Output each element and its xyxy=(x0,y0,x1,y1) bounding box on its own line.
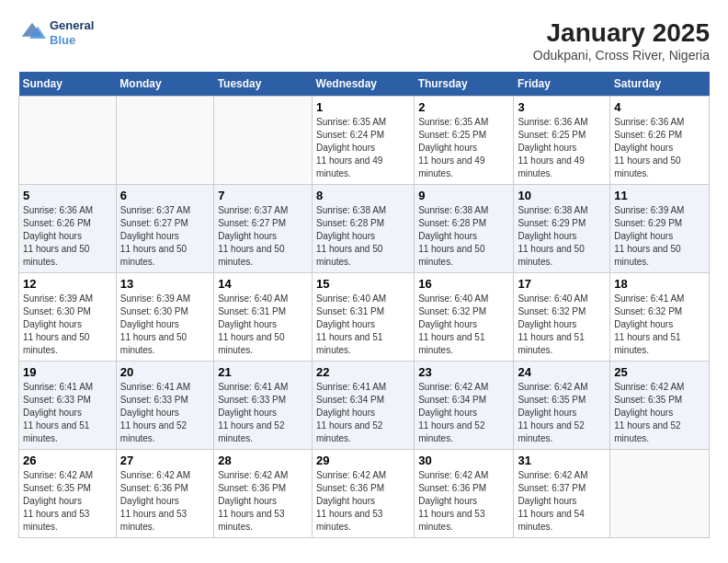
day-info: Sunrise: 6:39 AMSunset: 6:30 PMDaylight … xyxy=(23,293,112,357)
calendar-cell: 4Sunrise: 6:36 AMSunset: 6:26 PMDaylight… xyxy=(610,97,710,185)
day-info: Sunrise: 6:42 AMSunset: 6:36 PMDaylight … xyxy=(418,469,509,534)
calendar-cell: 1Sunrise: 6:35 AMSunset: 6:24 PMDaylight… xyxy=(313,97,415,185)
day-number: 22 xyxy=(316,365,410,379)
day-number: 16 xyxy=(418,277,509,291)
day-info: Sunrise: 6:41 AMSunset: 6:33 PMDaylight … xyxy=(23,381,112,445)
day-info: Sunrise: 6:40 AMSunset: 6:32 PMDaylight … xyxy=(518,293,606,357)
day-number: 6 xyxy=(120,189,210,202)
day-info: Sunrise: 6:40 AMSunset: 6:31 PMDaylight … xyxy=(316,293,410,357)
day-info: Sunrise: 6:41 AMSunset: 6:33 PMDaylight … xyxy=(218,381,308,445)
calendar-cell: 12Sunrise: 6:39 AMSunset: 6:30 PMDayligh… xyxy=(19,273,117,362)
calendar-cell: 25Sunrise: 6:42 AMSunset: 6:35 PMDayligh… xyxy=(610,362,710,450)
day-number: 19 xyxy=(23,365,112,379)
day-info: Sunrise: 6:36 AMSunset: 6:26 PMDaylight … xyxy=(23,204,112,269)
calendar-cell: 17Sunrise: 6:40 AMSunset: 6:32 PMDayligh… xyxy=(514,273,610,362)
calendar-cell: 21Sunrise: 6:41 AMSunset: 6:33 PMDayligh… xyxy=(214,362,313,450)
day-info: Sunrise: 6:36 AMSunset: 6:26 PMDaylight … xyxy=(614,116,705,180)
calendar-cell: 31Sunrise: 6:42 AMSunset: 6:37 PMDayligh… xyxy=(514,450,610,538)
weekday-header: Friday xyxy=(514,72,610,97)
day-info: Sunrise: 6:42 AMSunset: 6:35 PMDaylight … xyxy=(23,469,112,534)
day-info: Sunrise: 6:42 AMSunset: 6:37 PMDaylight … xyxy=(518,469,606,534)
calendar-cell: 14Sunrise: 6:40 AMSunset: 6:31 PMDayligh… xyxy=(214,273,313,362)
day-info: Sunrise: 6:36 AMSunset: 6:25 PMDaylight … xyxy=(518,116,606,180)
weekday-header: Wednesday xyxy=(313,72,415,97)
calendar-cell: 8Sunrise: 6:38 AMSunset: 6:28 PMDaylight… xyxy=(313,185,415,273)
day-number: 8 xyxy=(316,189,410,202)
weekday-header: Monday xyxy=(116,72,213,97)
calendar-body: 1Sunrise: 6:35 AMSunset: 6:24 PMDaylight… xyxy=(19,97,710,538)
calendar-cell: 16Sunrise: 6:40 AMSunset: 6:32 PMDayligh… xyxy=(415,273,514,362)
day-number: 14 xyxy=(218,277,308,291)
day-number: 20 xyxy=(120,365,210,379)
calendar-cell: 27Sunrise: 6:42 AMSunset: 6:36 PMDayligh… xyxy=(116,450,213,538)
day-number: 26 xyxy=(23,454,112,467)
day-info: Sunrise: 6:41 AMSunset: 6:33 PMDaylight … xyxy=(120,381,210,445)
calendar-cell: 2Sunrise: 6:35 AMSunset: 6:25 PMDaylight… xyxy=(415,97,514,185)
day-info: Sunrise: 6:40 AMSunset: 6:32 PMDaylight … xyxy=(418,293,509,357)
day-info: Sunrise: 6:42 AMSunset: 6:34 PMDaylight … xyxy=(418,381,509,445)
calendar-week-row: 1Sunrise: 6:35 AMSunset: 6:24 PMDaylight… xyxy=(19,97,710,185)
calendar-cell: 10Sunrise: 6:38 AMSunset: 6:29 PMDayligh… xyxy=(514,185,610,273)
day-info: Sunrise: 6:37 AMSunset: 6:27 PMDaylight … xyxy=(120,204,210,269)
day-number: 15 xyxy=(316,277,410,291)
calendar-cell: 9Sunrise: 6:38 AMSunset: 6:28 PMDaylight… xyxy=(415,185,514,273)
day-info: Sunrise: 6:37 AMSunset: 6:27 PMDaylight … xyxy=(218,204,308,269)
day-info: Sunrise: 6:35 AMSunset: 6:24 PMDaylight … xyxy=(316,116,410,180)
day-number: 27 xyxy=(120,454,210,467)
logo-icon xyxy=(18,19,46,47)
calendar-week-row: 26Sunrise: 6:42 AMSunset: 6:35 PMDayligh… xyxy=(19,450,710,538)
weekday-header-row: SundayMondayTuesdayWednesdayThursdayFrid… xyxy=(19,72,710,97)
calendar-cell: 30Sunrise: 6:42 AMSunset: 6:36 PMDayligh… xyxy=(415,450,514,538)
day-info: Sunrise: 6:42 AMSunset: 6:36 PMDaylight … xyxy=(120,469,210,534)
day-info: Sunrise: 6:41 AMSunset: 6:34 PMDaylight … xyxy=(316,381,410,445)
day-number: 5 xyxy=(23,189,112,202)
calendar-cell: 26Sunrise: 6:42 AMSunset: 6:35 PMDayligh… xyxy=(19,450,117,538)
calendar-cell: 7Sunrise: 6:37 AMSunset: 6:27 PMDaylight… xyxy=(214,185,313,273)
page-header: General Blue January 2025 Odukpani, Cros… xyxy=(18,18,710,63)
day-number: 9 xyxy=(418,189,509,202)
day-info: Sunrise: 6:42 AMSunset: 6:36 PMDaylight … xyxy=(218,469,308,534)
calendar-cell: 18Sunrise: 6:41 AMSunset: 6:32 PMDayligh… xyxy=(610,273,710,362)
day-number: 11 xyxy=(614,189,705,202)
day-number: 29 xyxy=(316,454,410,467)
calendar-cell: 20Sunrise: 6:41 AMSunset: 6:33 PMDayligh… xyxy=(116,362,213,450)
calendar-cell: 15Sunrise: 6:40 AMSunset: 6:31 PMDayligh… xyxy=(313,273,415,362)
calendar-week-row: 5Sunrise: 6:36 AMSunset: 6:26 PMDaylight… xyxy=(19,185,710,273)
calendar-cell: 5Sunrise: 6:36 AMSunset: 6:26 PMDaylight… xyxy=(19,185,117,273)
day-info: Sunrise: 6:39 AMSunset: 6:30 PMDaylight … xyxy=(120,293,210,357)
day-number: 4 xyxy=(614,100,705,114)
calendar-cell: 22Sunrise: 6:41 AMSunset: 6:34 PMDayligh… xyxy=(313,362,415,450)
calendar-cell xyxy=(19,97,117,185)
title-block: January 2025 Odukpani, Cross River, Nige… xyxy=(533,18,710,63)
day-number: 7 xyxy=(218,189,308,202)
day-number: 12 xyxy=(23,277,112,291)
calendar-cell: 3Sunrise: 6:36 AMSunset: 6:25 PMDaylight… xyxy=(514,97,610,185)
day-info: Sunrise: 6:39 AMSunset: 6:29 PMDaylight … xyxy=(614,204,705,269)
day-info: Sunrise: 6:38 AMSunset: 6:29 PMDaylight … xyxy=(518,204,606,269)
day-number: 2 xyxy=(418,100,509,114)
page-title: January 2025 xyxy=(533,18,710,48)
calendar-cell xyxy=(116,97,213,185)
day-info: Sunrise: 6:42 AMSunset: 6:36 PMDaylight … xyxy=(316,469,410,534)
day-info: Sunrise: 6:41 AMSunset: 6:32 PMDaylight … xyxy=(614,293,705,357)
calendar-cell: 11Sunrise: 6:39 AMSunset: 6:29 PMDayligh… xyxy=(610,185,710,273)
logo: General Blue xyxy=(18,18,94,47)
weekday-header: Saturday xyxy=(610,72,710,97)
calendar-cell: 13Sunrise: 6:39 AMSunset: 6:30 PMDayligh… xyxy=(116,273,213,362)
day-number: 18 xyxy=(614,277,705,291)
day-number: 28 xyxy=(218,454,308,467)
day-info: Sunrise: 6:42 AMSunset: 6:35 PMDaylight … xyxy=(614,381,705,445)
calendar-cell: 24Sunrise: 6:42 AMSunset: 6:35 PMDayligh… xyxy=(514,362,610,450)
day-number: 13 xyxy=(120,277,210,291)
page-subtitle: Odukpani, Cross River, Nigeria xyxy=(533,48,710,63)
day-number: 21 xyxy=(218,365,308,379)
calendar-cell: 28Sunrise: 6:42 AMSunset: 6:36 PMDayligh… xyxy=(214,450,313,538)
calendar-table: SundayMondayTuesdayWednesdayThursdayFrid… xyxy=(18,72,710,538)
calendar-cell: 23Sunrise: 6:42 AMSunset: 6:34 PMDayligh… xyxy=(415,362,514,450)
calendar-header: SundayMondayTuesdayWednesdayThursdayFrid… xyxy=(19,72,710,97)
day-number: 23 xyxy=(418,365,509,379)
calendar-cell xyxy=(214,97,313,185)
day-info: Sunrise: 6:40 AMSunset: 6:31 PMDaylight … xyxy=(218,293,308,357)
day-number: 25 xyxy=(614,365,705,379)
logo-text: General Blue xyxy=(50,18,94,47)
